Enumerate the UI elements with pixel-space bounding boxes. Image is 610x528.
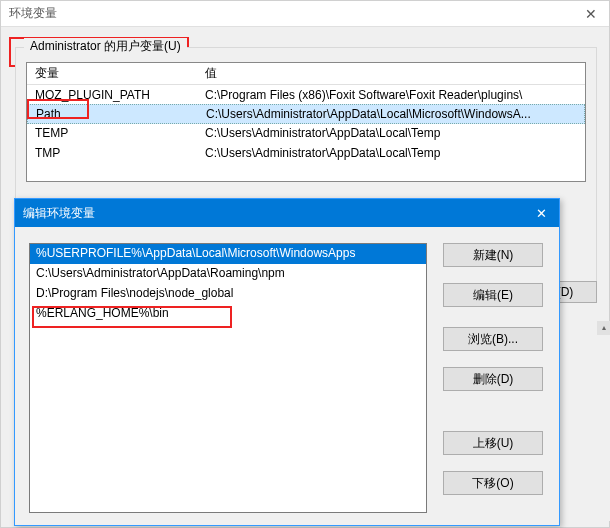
var-value: C:\Users\Administrator\AppData\Local\Tem… [197,144,585,162]
child-titlebar[interactable]: 编辑环境变量 ✕ [15,199,559,227]
var-value: C:\Program Files (x86)\Foxit Software\Fo… [197,86,585,104]
close-icon[interactable]: ✕ [581,6,601,22]
edit-env-var-dialog: 编辑环境变量 ✕ %USERPROFILE%\AppData\Local\Mic… [14,198,560,526]
var-value: C:\Users\Administrator\AppData\Local\Mic… [198,105,584,123]
var-name: MOZ_PLUGIN_PATH [27,86,197,104]
parent-title: 环境变量 [9,5,57,22]
child-title: 编辑环境变量 [23,205,95,222]
list-item[interactable]: C:\Users\Administrator\AppData\Roaming\n… [30,264,426,284]
col-value[interactable]: 值 [197,63,585,84]
delete-button[interactable]: 删除(D) [443,367,543,391]
path-entries-list[interactable]: %USERPROFILE%\AppData\Local\Microsoft\Wi… [29,243,427,513]
user-vars-table[interactable]: 变量 值 MOZ_PLUGIN_PATH C:\Program Files (x… [26,62,586,182]
parent-titlebar[interactable]: 环境变量 ✕ [1,1,609,27]
table-header: 变量 值 [27,63,585,85]
table-row[interactable]: MOZ_PLUGIN_PATH C:\Program Files (x86)\F… [27,85,585,105]
var-name: TMP [27,144,197,162]
edit-button[interactable]: 编辑(E) [443,283,543,307]
list-item[interactable]: %ERLANG_HOME%\bin [30,304,426,324]
scroll-up-icon[interactable]: ▴ [597,321,610,335]
list-item[interactable]: D:\Program Files\nodejs\node_global [30,284,426,304]
scrollbar[interactable]: ▴ [597,321,610,521]
table-row[interactable]: TMP C:\Users\Administrator\AppData\Local… [27,143,585,163]
close-icon[interactable]: ✕ [532,206,551,221]
var-name: Path [28,105,198,123]
col-variable[interactable]: 变量 [27,63,197,84]
list-item[interactable]: %USERPROFILE%\AppData\Local\Microsoft\Wi… [30,244,426,264]
group-legend: Administrator 的用户变量(U) [24,38,187,55]
table-row[interactable]: TEMP C:\Users\Administrator\AppData\Loca… [27,123,585,143]
move-up-button[interactable]: 上移(U) [443,431,543,455]
var-value: C:\Users\Administrator\AppData\Local\Tem… [197,124,585,142]
var-name: TEMP [27,124,197,142]
browse-button[interactable]: 浏览(B)... [443,327,543,351]
new-button[interactable]: 新建(N) [443,243,543,267]
move-down-button[interactable]: 下移(O) [443,471,543,495]
table-row[interactable]: Path C:\Users\Administrator\AppData\Loca… [27,104,585,124]
